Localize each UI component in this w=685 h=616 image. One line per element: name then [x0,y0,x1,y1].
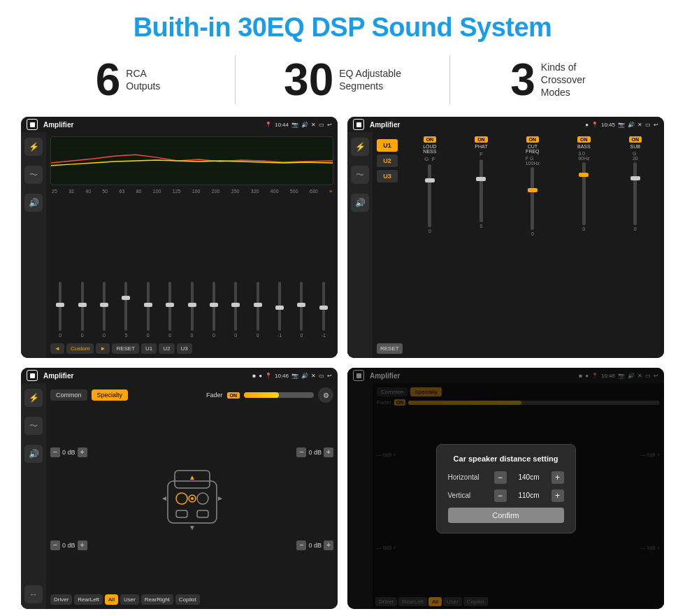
amp-u2-btn[interactable]: U2 [377,155,398,167]
speaker-content: − 0 dB + − 0 dB + [50,406,333,592]
eq-play-button[interactable]: ► [96,343,110,354]
phat-track [480,159,483,222]
svg-text:►: ► [217,494,224,502]
loudness-track [428,164,431,227]
back-icon-2: ↩ [654,122,658,128]
loudness-on[interactable]: ON [424,136,437,143]
bass-on[interactable]: ON [577,136,591,143]
svg-rect-7 [176,510,187,517]
btn-driver[interactable]: Driver [50,594,72,605]
volume-icon-3: 🔊 [301,373,308,379]
eq-slider-7: 0 [204,282,224,338]
vol-ctrl-1: − 0 dB + [50,447,87,457]
eq-wave-icon[interactable]: 〜 [24,166,43,184]
btn-copilot[interactable]: Copilot [175,594,200,605]
eq-screen-content: ⚡ 〜 🔊 [21,132,338,358]
status-bar-2: Amplifier ● 📍 10:45 📷 🔊 ✕ ▭ ↩ [347,117,664,132]
bass-label: BASS [577,144,591,149]
stat-crossover-number: 3 [510,57,535,102]
amp-reset-btn[interactable]: RESET [377,343,403,354]
home-icon-3[interactable] [27,370,38,381]
vol-val-2: 0 dB [62,542,75,549]
vertical-plus-btn[interactable]: + [551,489,564,502]
back-icon-1: ↩ [327,122,332,128]
vol-minus-4[interactable]: − [296,540,306,550]
vertical-minus-btn[interactable]: − [494,489,507,502]
home-icon-2[interactable] [353,119,364,130]
eq-u2-button[interactable]: U2 [159,343,174,354]
bass-track [582,162,586,225]
vol-plus-3[interactable]: + [324,447,333,457]
stats-row: 6 RCAOutputs 30 EQ AdjustableSegments 3 … [21,55,664,104]
eq-slider-11: 0 [291,282,311,338]
amp-wave-icon[interactable]: 〜 [351,166,369,184]
close-icon-2: ✕ [637,122,642,128]
vol-minus-1[interactable]: − [50,447,60,457]
location-icon-3: 📍 [265,373,272,379]
amp-phat: ON PHAT F 0 [456,136,505,354]
status-bar-3: Amplifier ■ ● 📍 10:46 📷 🔊 ✕ ▭ ↩ [21,368,338,383]
horizontal-plus-btn[interactable]: + [551,471,564,484]
vol-plus-4[interactable]: + [324,540,333,550]
vol-plus-2[interactable]: + [78,540,87,550]
eq-slider-4: 0 [138,282,158,338]
vol-plus-1[interactable]: + [78,447,87,457]
screen-amp: Amplifier ● 📍 10:45 📷 🔊 ✕ ▭ ↩ ⚡ 〜 🔊 [347,117,664,358]
confirm-button[interactable]: Confirm [448,508,564,523]
btn-rearright[interactable]: RearRight [141,594,173,605]
eq-sliders-icon[interactable]: ⚡ [24,138,43,156]
home-icon-1[interactable] [27,119,38,130]
sub-track [633,162,637,225]
sp-arrows-icon[interactable]: ↔ [24,585,43,603]
amp-sliders-icon[interactable]: ⚡ [351,138,369,156]
sp-volume-icon[interactable]: 🔊 [24,445,43,463]
eq-custom-button[interactable]: Custom [66,343,94,354]
status-icons-2: ● 📍 10:45 📷 🔊 ✕ ▭ ↩ [585,122,658,128]
btn-user[interactable]: User [120,594,139,605]
vol-minus-2[interactable]: − [50,540,60,550]
vol-minus-3[interactable]: − [296,447,306,457]
amp-volume-icon[interactable]: 🔊 [351,194,369,212]
eq-slider-12: -1 [314,282,333,338]
dialog-vertical-label: Vertical [448,492,490,499]
amp-sidebar: ⚡ 〜 🔊 [347,132,373,358]
vertical-ctrl: − 110cm + [494,489,564,502]
stat-rca-number: 6 [96,57,121,102]
dialog-horizontal-row: Horizontal − 140cm + [448,471,564,484]
svg-text:▼: ▼ [189,524,196,531]
sp-wave-icon[interactable]: 〜 [24,417,43,435]
eq-u1-button[interactable]: U1 [141,343,157,354]
sp-sliders-icon[interactable]: ⚡ [24,389,43,407]
back-icon-3: ↩ [327,373,332,379]
eq-slider-10: -1 [270,282,289,338]
right-controls: − 0 dB + − 0 dB + [296,406,333,592]
sub-on[interactable]: ON [629,136,642,143]
eq-volume-icon[interactable]: 🔊 [24,194,43,212]
btn-rearleft[interactable]: RearLeft [74,594,103,605]
eq-reset-button[interactable]: RESET [112,343,139,354]
vol-val-4: 0 dB [308,542,322,549]
horizontal-minus-btn[interactable]: − [494,471,507,484]
eq-bottom-bar: ◄ Custom ► RESET U1 U2 U3 [50,343,333,354]
eq-prev-button[interactable]: ◄ [50,343,64,354]
screen-dialog: Amplifier ■ ● 📍 10:46 📷 🔊 ✕ ▭ ↩ [347,368,664,609]
tab-common[interactable]: Common [50,389,87,401]
eq-u3-button[interactable]: U3 [177,343,192,354]
phat-on[interactable]: ON [475,136,488,143]
battery-icon-1: ▭ [319,122,324,128]
amp-u3-btn[interactable]: U3 [377,170,398,182]
cutfreq-on[interactable]: ON [526,136,540,143]
vol-val-1: 0 dB [62,449,75,456]
status-icons-1: 📍 10:44 📷 🔊 ✕ ▭ ↩ [265,122,332,128]
tab-specialty[interactable]: Specialty [92,389,129,401]
dialog-title: Car speaker distance setting [448,454,564,463]
settings-icon[interactable]: ⚙ [318,387,333,403]
camera-icon-2: 📷 [618,122,625,128]
fader-on-badge[interactable]: ON [227,392,240,399]
vol-val-3: 0 dB [308,449,322,456]
btn-all[interactable]: All [105,594,118,605]
svg-point-10 [191,497,194,500]
amp-u1-btn[interactable]: U1 [377,139,398,152]
app-title-3: Amplifier [43,372,250,380]
battery-icon-3: ▭ [319,373,324,379]
